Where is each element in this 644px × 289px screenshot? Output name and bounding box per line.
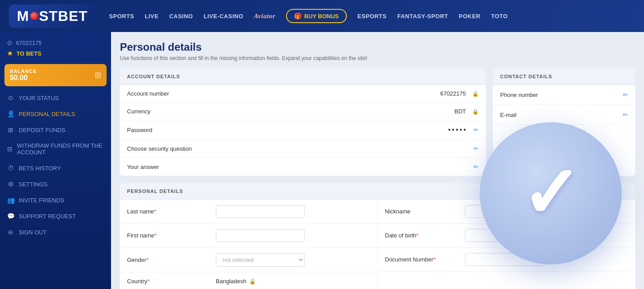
deposit-icon: ⊞ <box>7 126 14 133</box>
account-details-card: ACCOUNT DETAILS Account number 67022175 … <box>120 68 486 176</box>
edit-security-question-icon[interactable]: ✏ <box>473 145 479 152</box>
currency-value-group: BDT 🔒 <box>454 108 479 115</box>
main-layout: ⊙ 67022175 ★ TO BETS BALANCE $0.00 ⊞ ⊙ Y… <box>0 32 644 289</box>
dob-input[interactable] <box>465 229 545 242</box>
last-name-input[interactable] <box>216 205 305 218</box>
edit-phone-icon[interactable]: ✏ <box>623 91 628 98</box>
page-title: Personal details <box>120 41 635 53</box>
person-icon: 👤 <box>7 110 14 117</box>
currency-label: Currency <box>127 108 454 115</box>
status-icon: ⊙ <box>7 94 14 101</box>
sidebar: ⊙ 67022175 ★ TO BETS BALANCE $0.00 ⊞ ⊙ Y… <box>0 32 111 289</box>
lock-icon-currency: 🔒 <box>472 108 479 115</box>
country-label: Country* <box>127 278 216 285</box>
edit-answer-icon[interactable]: ✏ <box>473 163 479 170</box>
first-name-label: First name* <box>127 232 216 239</box>
answer-edit: ✏ <box>473 163 479 170</box>
sidebar-item-invite-friends[interactable]: 👥 INVITE FRIENDS <box>0 192 111 208</box>
country-row: Country* Bangladesh 🔒 <box>120 273 378 289</box>
contact-details-card: CONTACT DETAILS Phone number ✏ E-mail ✏ <box>493 68 635 176</box>
personal-details-left: Last name* First name* Gen <box>120 200 378 289</box>
phone-label: Phone number <box>500 92 623 98</box>
sidebar-item-deposit-funds[interactable]: ⊞ DEPOSIT FUNDS <box>0 122 111 138</box>
nav-esports[interactable]: ESPORTS <box>358 13 387 20</box>
personal-details-header: PERSONAL DETAILS <box>120 183 635 200</box>
balance-card[interactable]: BALANCE $0.00 ⊞ <box>4 64 107 86</box>
first-name-row: First name* <box>120 224 378 248</box>
document-label: Document Number* <box>385 256 465 263</box>
sidebar-item-withdraw-funds[interactable]: ⊟ WITHDRAW FUNDS FROM THE ACCOUNT <box>0 138 111 160</box>
friends-icon: 👥 <box>7 197 14 204</box>
personal-details-section: PERSONAL DETAILS Last name* First name* <box>120 183 635 289</box>
sidebar-item-your-status[interactable]: ⊙ YOUR STATUS <box>0 90 111 106</box>
contact-details-header: CONTACT DETAILS <box>493 68 635 85</box>
email-row: E-mail ✏ <box>493 105 635 125</box>
nav-live[interactable]: LIVE <box>145 13 159 20</box>
gender-select[interactable]: not selected Male Female <box>216 253 305 267</box>
sidebar-item-settings[interactable]: ⚙ SETTINGS <box>0 176 111 192</box>
history-icon: ⏱ <box>7 165 14 172</box>
page-subtitle: Use functions of this section and fill i… <box>120 55 635 61</box>
lock-icon-country: 🔒 <box>249 278 256 285</box>
top-cards-row: ACCOUNT DETAILS Account number 67022175 … <box>120 68 635 176</box>
content-area: Personal details Use functions of this s… <box>111 32 644 289</box>
header: MSTBET SPORTS LIVE CASINO LIVE-CASINO Av… <box>0 0 644 32</box>
buy-bonus-button[interactable]: 🎁 BUY BONUS <box>286 9 347 23</box>
security-question-edit: ✏ <box>473 145 479 152</box>
password-value-group: ••••• ✏ <box>448 126 479 134</box>
last-name-label: Last name* <box>127 208 216 215</box>
logo[interactable]: MSTBET <box>9 4 96 28</box>
password-label: Password <box>127 127 448 133</box>
to-bets-link[interactable]: ★ TO BETS <box>0 48 111 60</box>
nav-live-casino[interactable]: LIVE-CASINO <box>203 13 243 20</box>
account-number-value-group: 67022175 🔒 <box>440 90 479 97</box>
phone-row: Phone number ✏ <box>493 85 635 105</box>
sidebar-item-bets-history[interactable]: ⏱ BETS HISTORY <box>0 160 111 176</box>
edit-password-icon[interactable]: ✏ <box>473 126 479 133</box>
dob-row: Date of birth* <box>378 224 636 248</box>
nav-poker[interactable]: POKER <box>459 13 481 20</box>
nav-casino[interactable]: CASINO <box>169 13 193 20</box>
account-number-label: Account number <box>127 90 440 97</box>
nav-toto[interactable]: TOTO <box>491 13 508 20</box>
currency-value: BDT <box>454 108 466 115</box>
sidebar-user-id: ⊙ 67022175 <box>0 36 111 48</box>
edit-email-icon[interactable]: ✏ <box>623 111 628 118</box>
nickname-label: Nickname <box>385 208 465 215</box>
dob-label: Date of birth* <box>385 232 465 239</box>
security-question-label: Choose security question <box>127 145 473 152</box>
lock-icon-account: 🔒 <box>472 91 479 97</box>
nav-aviator[interactable]: Aviator <box>254 12 275 20</box>
nickname-input[interactable] <box>465 205 545 218</box>
your-answer-row: Your answer ✏ <box>120 158 486 176</box>
balance-icon: ⊞ <box>95 70 101 80</box>
country-value-group: Bangladesh 🔒 <box>216 278 256 285</box>
withdraw-icon: ⊟ <box>7 145 12 153</box>
sidebar-item-sign-out[interactable]: ⊖ SIGN OUT <box>0 224 111 240</box>
main-nav: SPORTS LIVE CASINO LIVE-CASINO Aviator 🎁… <box>109 9 635 23</box>
sidebar-item-personal-details[interactable]: 👤 PERSONAL DETAILS <box>0 106 111 122</box>
logo-text: MSTBET <box>17 8 88 24</box>
security-question-row: Choose security question ✏ <box>120 140 486 158</box>
nav-fantasy-sport[interactable]: FANTASY-SPORT <box>397 13 448 20</box>
sidebar-item-support-request[interactable]: 💬 SUPPORT REQUEST <box>0 208 111 224</box>
password-dots: ••••• <box>448 126 467 134</box>
gender-label: Gender* <box>127 257 216 263</box>
account-number-row: Account number 67022175 🔒 <box>120 85 486 103</box>
account-number-value: 67022175 <box>440 90 466 97</box>
gift-icon: 🎁 <box>294 12 302 20</box>
nav-sports[interactable]: SPORTS <box>109 13 134 20</box>
sign-out-icon: ⊖ <box>7 229 14 236</box>
balance-info: BALANCE $0.00 <box>10 68 37 82</box>
support-icon: 💬 <box>7 213 14 220</box>
star-icon: ★ <box>7 50 13 57</box>
document-row: Document Number* <box>378 248 636 272</box>
nickname-row: Nickname <box>378 200 636 224</box>
email-label: E-mail <box>500 112 623 118</box>
your-answer-label: Your answer <box>127 164 473 170</box>
first-name-input[interactable] <box>216 229 305 242</box>
settings-icon: ⚙ <box>7 181 14 188</box>
document-input[interactable] <box>465 253 545 266</box>
last-name-row: Last name* <box>120 200 378 224</box>
currency-row: Currency BDT 🔒 <box>120 103 486 120</box>
